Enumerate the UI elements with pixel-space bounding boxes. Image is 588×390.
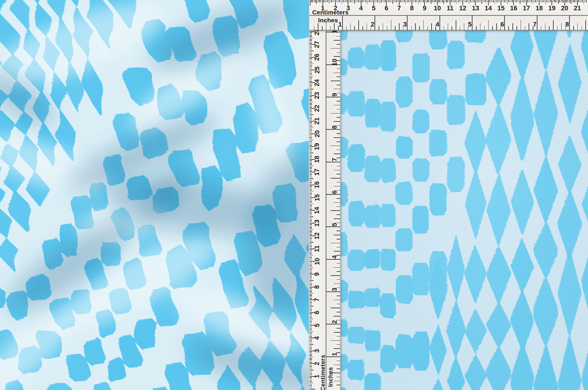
top-ruler-inch-number: 7 [533, 21, 537, 28]
left-ruler-cm-number: 9 [313, 272, 321, 276]
left-ruler-inch-number: 4 [331, 255, 338, 259]
top-ruler-inch-number: 1 [338, 21, 342, 28]
top-ruler-cm-number: 10 [434, 4, 441, 12]
left-ruler-cm-number: 11 [313, 245, 321, 252]
horizontal-ruler-inches-label: Inches [318, 17, 338, 24]
flat-fabric-sheen [309, 0, 588, 390]
left-ruler-cm-number: 27 [313, 41, 321, 48]
left-ruler-cm-number: 13 [313, 220, 321, 227]
top-ruler-cm-number: 13 [472, 4, 479, 12]
top-ruler-cm-number: 4 [359, 4, 363, 12]
top-ruler-inch-number: 4 [436, 21, 440, 28]
top-ruler-cm-number: 11 [447, 4, 453, 12]
left-ruler-inch-number: 3 [331, 288, 338, 291]
left-ruler-inch-number: 7 [331, 158, 338, 161]
left-ruler-cm-number: 18 [313, 156, 321, 163]
crumpled-fabric-pattern [0, 0, 309, 390]
vertical-ruler: 1234567891011121314151617181920212223242… [309, 0, 341, 390]
left-ruler-cm-number: 24 [313, 79, 321, 86]
left-ruler-cm-number: 3 [313, 349, 321, 353]
left-ruler-cm-number: 10 [313, 258, 321, 265]
left-ruler-cm-number: 19 [313, 143, 321, 150]
top-ruler-inch-ticks [314, 16, 586, 30]
left-ruler-cm-number: 23 [313, 92, 321, 99]
top-ruler-cm-number: 16 [510, 4, 517, 12]
top-ruler-cm-number: 21 [574, 4, 581, 12]
vertical-ruler-centimeters-label: Centimeters [319, 355, 326, 390]
horizontal-ruler-scale: 1234567891011121314151617181920211234567… [309, 0, 588, 31]
top-ruler-cm-number: 5 [372, 4, 375, 12]
left-ruler-cm-number: 25 [313, 66, 321, 74]
top-ruler-inch-number: 3 [403, 21, 407, 28]
fabric-product-photo: 1234567891011121314151617181920211234567… [0, 0, 588, 390]
top-ruler-cm-number: 19 [548, 4, 555, 12]
left-ruler-inch-ticks [326, 32, 340, 385]
left-ruler-cm-number: 14 [313, 206, 321, 214]
left-ruler-cm-number: 20 [313, 130, 321, 137]
flat-fabric-pattern [309, 0, 588, 390]
top-ruler-cm-number: 12 [459, 4, 466, 12]
left-ruler-cm-number: 17 [313, 169, 321, 176]
left-ruler-cm-number: 4 [313, 336, 321, 340]
left-ruler-cm-number: 8 [313, 285, 321, 289]
top-ruler-cm-number: 20 [561, 4, 568, 12]
left-ruler-inch-number: 1 [331, 353, 338, 356]
left-ruler-inch-number: 10 [331, 59, 338, 66]
top-ruler-inch-number: 5 [468, 21, 472, 28]
top-ruler-cm-number: 17 [523, 4, 530, 12]
left-ruler-cm-number: 5 [313, 324, 321, 327]
left-ruler-cm-number: 15 [313, 194, 321, 201]
top-ruler-cm-number: 6 [385, 4, 388, 12]
top-ruler-cm-number: 9 [423, 4, 426, 12]
vertical-ruler-scale: 1234567891011121314151617181920212223242… [309, 0, 341, 390]
crumpled-fabric-photo [0, 0, 309, 390]
top-ruler-cm-number: 14 [485, 4, 492, 12]
left-ruler-cm-number: 12 [313, 232, 321, 239]
left-ruler-cm-number: 26 [313, 54, 321, 61]
left-ruler-cm-number: 16 [313, 181, 321, 188]
left-ruler-inch-number: 6 [331, 190, 338, 194]
left-ruler-cm-number: 6 [313, 311, 321, 314]
left-ruler-inch-number: 9 [331, 93, 338, 96]
top-ruler-inch-number: 6 [500, 21, 504, 28]
left-ruler-cm-number: 21 [313, 117, 321, 124]
top-ruler-inch-number: 8 [565, 21, 569, 28]
left-ruler-cm-number: 22 [313, 105, 321, 112]
flat-fabric-swatch [309, 0, 588, 390]
left-ruler-inch-number: 5 [331, 223, 338, 226]
top-ruler-inch-number: 2 [371, 21, 374, 28]
vertical-ruler-inches-label: Inches [327, 367, 334, 387]
horizontal-ruler-centimeters-label: Centimeters [312, 9, 349, 16]
left-ruler-inch-number: 2 [331, 320, 338, 324]
top-ruler-cm-number: 7 [397, 4, 401, 12]
left-ruler-inch-number: 8 [331, 125, 338, 129]
top-ruler-cm-number: 15 [497, 4, 505, 12]
top-ruler-cm-number: 8 [410, 4, 414, 12]
left-ruler-cm-number: 7 [313, 298, 321, 301]
horizontal-ruler: 1234567891011121314151617181920211234567… [309, 0, 588, 31]
top-ruler-cm-number: 18 [536, 4, 543, 12]
